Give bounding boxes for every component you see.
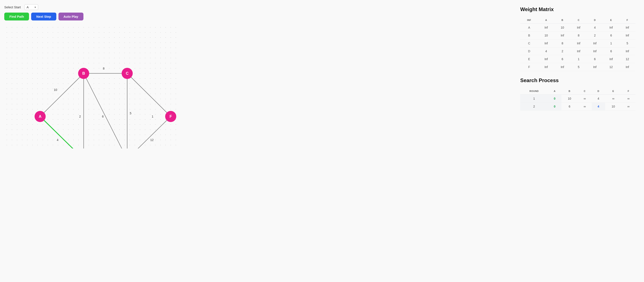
matrix-cell: 1 <box>570 55 587 63</box>
matrix-cell: Inf <box>538 63 554 71</box>
matrix-cell: 1 <box>603 40 619 47</box>
edge-label: 6 <box>102 115 104 118</box>
graph-edge <box>127 74 171 116</box>
matrix-cell: 12 <box>603 63 619 71</box>
search-process-title: Search Process <box>520 78 636 84</box>
process-cell: ∞ <box>578 102 592 110</box>
select-wrapper[interactable]: A B C D E F ▾ <box>24 4 38 10</box>
process-col-header: D <box>592 88 605 95</box>
start-select[interactable]: A B C D E F <box>27 5 33 9</box>
matrix-cell: 6 <box>603 47 619 55</box>
edge-label: 4 <box>57 138 58 142</box>
graph-edge <box>40 116 84 148</box>
process-col-header: E <box>605 88 622 95</box>
matrix-cell: Inf <box>538 24 554 32</box>
process-cell: 10 <box>562 95 578 102</box>
matrix-cell: Inf <box>570 24 587 32</box>
matrix-cell: Inf <box>619 24 636 32</box>
weight-matrix-title: Weight Matrix <box>520 6 636 12</box>
matrix-cell: Inf <box>587 40 603 47</box>
controls: Select Start A B C D E F ▾ Find Path Nex… <box>4 4 508 20</box>
graph-area: 10482651612ABCDEF <box>4 25 179 148</box>
matrix-cell: 4 <box>538 47 554 55</box>
matrix-cell: 2 <box>587 32 603 40</box>
matrix-col-header: C <box>570 17 587 24</box>
process-round: 1 <box>520 95 548 102</box>
chevron-down-icon: ▾ <box>34 6 36 9</box>
graph-edge <box>127 116 171 148</box>
process-col-header: F <box>622 88 636 95</box>
process-col-header: A <box>548 88 562 95</box>
process-cell: 6 <box>562 102 578 110</box>
button-row: Find Path Next Step Auto Play <box>4 12 508 20</box>
next-step-button[interactable]: Next Step <box>31 12 56 20</box>
process-cell: ∞ <box>622 102 636 110</box>
process-cell: 0 <box>548 95 562 102</box>
matrix-cell: 6 <box>603 32 619 40</box>
search-process-table: ROUNDABCDEF 1010∞4∞∞206∞410∞ <box>520 88 636 110</box>
matrix-row-label: A <box>520 24 538 32</box>
select-row: Select Start A B C D E F ▾ <box>4 4 508 10</box>
matrix-cell: Inf <box>554 63 570 71</box>
matrix-row: EInf616Inf12 <box>520 55 636 63</box>
matrix-cell: Inf <box>587 47 603 55</box>
edge-label: 12 <box>150 138 154 142</box>
process-cell: 10 <box>605 102 622 110</box>
matrix-cell: Inf <box>587 63 603 71</box>
process-cell: ∞ <box>605 95 622 102</box>
matrix-cell: Inf <box>619 63 636 71</box>
process-cell: 4 <box>592 95 605 102</box>
process-cell: ∞ <box>578 95 592 102</box>
matrix-row-label: F <box>520 63 538 71</box>
matrix-cell: Inf <box>570 47 587 55</box>
matrix-row-label: C <box>520 40 538 47</box>
matrix-col-header: F <box>619 17 636 24</box>
matrix-cell: Inf <box>554 32 570 40</box>
matrix-row: B10Inf826Inf <box>520 32 636 40</box>
process-col-header: ROUND <box>520 88 548 95</box>
graph-node-label-C: C <box>126 71 129 76</box>
process-row: 206∞410∞ <box>520 102 636 110</box>
matrix-cell: Inf <box>619 47 636 55</box>
matrix-cell: 10 <box>554 24 570 32</box>
matrix-cell: 10 <box>538 32 554 40</box>
process-cell: 4 <box>592 102 605 110</box>
matrix-row: CInf8InfInf15 <box>520 40 636 47</box>
graph-node-label-B: B <box>82 71 85 76</box>
process-cell: 0 <box>548 102 562 110</box>
matrix-cell: Inf <box>619 32 636 40</box>
auto-play-button[interactable]: Auto Play <box>58 12 84 20</box>
matrix-col-header: A <box>538 17 554 24</box>
process-cell: ∞ <box>622 95 636 102</box>
matrix-cell: 6 <box>587 55 603 63</box>
matrix-row: D42InfInf6Inf <box>520 47 636 55</box>
matrix-cell: 8 <box>554 40 570 47</box>
right-panel: Weight Matrix INFABCDEF AInf10Inf4InfInf… <box>512 0 644 282</box>
matrix-col-header: INF <box>520 17 538 24</box>
edge-label: 1 <box>152 115 154 118</box>
matrix-cell: Inf <box>570 40 587 47</box>
process-col-header: C <box>578 88 592 95</box>
process-col-header: B <box>562 88 578 95</box>
matrix-cell: Inf <box>538 55 554 63</box>
edge-label: 5 <box>130 112 132 115</box>
select-label: Select Start <box>4 5 21 9</box>
matrix-cell: 2 <box>554 47 570 55</box>
matrix-cell: 12 <box>619 55 636 63</box>
matrix-cell: Inf <box>603 55 619 63</box>
matrix-row: FInfInf5Inf12Inf <box>520 63 636 71</box>
matrix-row: AInf10Inf4InfInf <box>520 24 636 32</box>
matrix-col-header: E <box>603 17 619 24</box>
find-path-button[interactable]: Find Path <box>4 12 29 20</box>
matrix-cell: 8 <box>570 32 587 40</box>
graph-svg: 10482651612ABCDEF <box>4 25 179 148</box>
weight-matrix-table: INFABCDEF AInf10Inf4InfInfB10Inf826InfCI… <box>520 17 636 71</box>
matrix-cell: 6 <box>554 55 570 63</box>
graph-edge <box>84 74 127 148</box>
edge-label: 8 <box>103 67 104 70</box>
graph-edge <box>40 74 84 116</box>
matrix-cell: Inf <box>603 24 619 32</box>
matrix-col-header: D <box>587 17 603 24</box>
matrix-cell: 5 <box>619 40 636 47</box>
left-panel: Select Start A B C D E F ▾ Find Path Nex… <box>0 0 512 282</box>
